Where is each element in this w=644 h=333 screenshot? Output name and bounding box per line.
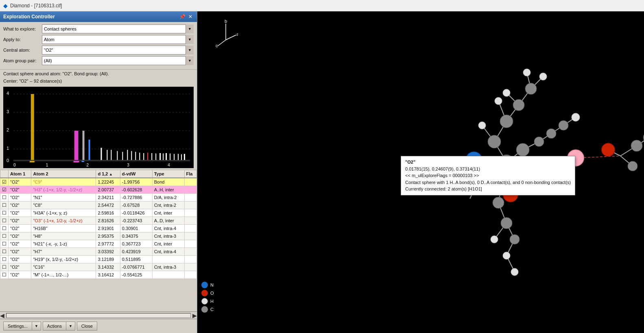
table-row[interactable]: "O2""C16"3.14332-0.0766771Cnt, intra-3 xyxy=(0,263,197,271)
row-atom1: "O2" xyxy=(9,178,31,186)
settings-arrow-button[interactable]: ▼ xyxy=(32,322,41,331)
exploration-controller-title: Exploration Controller xyxy=(3,14,55,20)
col-checkbox xyxy=(0,170,9,178)
legend-o-label: O xyxy=(210,291,214,296)
table-row[interactable]: "O2""H21" (-x, -y, 1-z)2.977720.367723Cn… xyxy=(0,240,197,248)
actions-arrow-button[interactable]: ▼ xyxy=(66,322,75,331)
row-type: Cnt, intra-3 xyxy=(152,232,184,240)
svg-point-124 xyxy=(495,97,502,105)
tooltip-connected: Currently connected: 2 atom(s) [H1O1] xyxy=(405,186,571,193)
atom-tooltip: "O2" 0.01781(15), 0.24607(9), 0.37314(11… xyxy=(401,156,575,195)
row-type: A..H, inter xyxy=(152,186,184,194)
row-atom2: "C16" xyxy=(31,263,96,271)
svg-point-102 xyxy=(546,129,556,138)
row-checkbox[interactable] xyxy=(0,240,9,248)
svg-point-107 xyxy=(631,140,642,151)
row-checkbox[interactable] xyxy=(0,232,9,240)
tooltip-coordinates: 0.01781(15), 0.24607(9), 0.37314(11) xyxy=(405,166,571,173)
close-button[interactable]: Close xyxy=(77,322,97,331)
apply-to-label: Apply to: xyxy=(3,37,42,42)
row-checkbox[interactable] xyxy=(0,178,9,186)
central-atom-select[interactable]: "O2" xyxy=(42,46,194,55)
row-checkbox[interactable] xyxy=(0,186,9,194)
row-fla xyxy=(184,217,196,225)
table-row[interactable]: "O2""H7"3.033920.423919Cnt, intra-4 xyxy=(0,248,197,256)
row-type xyxy=(152,256,184,263)
legend-n-label: N xyxy=(210,283,214,287)
table-row[interactable]: "O2""C8"2.54472-0.67528Cnt, intra-2 xyxy=(0,202,197,209)
svg-rect-35 xyxy=(166,153,167,160)
table-row[interactable]: "O2""M" (-1+..., 1/2-...)3.16412-0.55412… xyxy=(0,271,197,279)
col-dvdw[interactable]: d-vdW xyxy=(120,170,152,178)
row-checkbox[interactable] xyxy=(0,248,9,256)
row-checkbox[interactable] xyxy=(0,271,9,279)
actions-button[interactable]: Actions xyxy=(43,322,66,331)
row-checkbox[interactable] xyxy=(0,202,9,209)
table-row[interactable]: "O2""H3" (-1+x, 1/2-y, -1/2+z)2.00737-0.… xyxy=(0,186,197,194)
row-type: Cnt, intra-3 xyxy=(152,263,184,271)
table-row[interactable]: "O2""C9"1.22245-1.99756Bond xyxy=(0,178,197,186)
row-atom1: "O2" xyxy=(9,263,31,271)
row-atom2: "H19" (x, 1/2-y, -1/2+z) xyxy=(31,256,96,263)
col-atom1[interactable]: Atom 1 xyxy=(9,170,31,178)
legend-h-label: H xyxy=(210,299,214,304)
what-to-explore-select[interactable]: Contact spheres xyxy=(42,24,194,33)
scroll-left-btn[interactable]: ◀ xyxy=(0,312,4,319)
table-scroll-wrapper[interactable]: Atom 1 Atom 2 d 1,2 d-vdW Type Fla "O2""… xyxy=(0,170,197,311)
row-dvdw: -0.727886 xyxy=(120,194,152,202)
apply-to-select[interactable]: Atom xyxy=(42,35,194,44)
table-row[interactable]: "O2""H3A" (-1+x, y, z)2.59816-0.0118426C… xyxy=(0,209,197,217)
row-checkbox[interactable] xyxy=(0,217,9,225)
col-fla[interactable]: Fla xyxy=(184,170,196,178)
row-fla xyxy=(184,225,196,232)
table-row[interactable]: "O2""O3" (-1+x, 1/2-y, -1/2+z)2.81626-0.… xyxy=(0,217,197,225)
col-atom2[interactable]: Atom 2 xyxy=(31,170,96,178)
row-type: D/A, intra-2 xyxy=(152,194,184,202)
table-row[interactable]: "O2""H8"2.953750.34375Cnt, intra-3 xyxy=(0,232,197,240)
svg-rect-20 xyxy=(100,148,102,160)
what-to-explore-select-wrapper: Contact spheres ▼ xyxy=(42,24,194,33)
svg-point-98 xyxy=(500,115,513,128)
svg-rect-19 xyxy=(89,140,90,160)
header-icons: 📌 ✕ xyxy=(179,14,194,20)
row-checkbox[interactable] xyxy=(0,256,9,263)
row-checkbox[interactable] xyxy=(0,194,9,202)
table-row[interactable]: "O2""H19" (x, 1/2-y, -1/2+z)3.121890.511… xyxy=(0,256,197,263)
row-checkbox[interactable] xyxy=(0,209,9,217)
3d-viewport[interactable]: b a c xyxy=(197,11,644,333)
row-fla xyxy=(184,263,196,271)
svg-point-93 xyxy=(488,135,501,148)
row-fla xyxy=(184,202,196,209)
row-d12: 2.97772 xyxy=(96,240,120,248)
pin-icon[interactable]: 📌 xyxy=(179,14,186,20)
row-atom1: "O2" xyxy=(9,217,31,225)
row-atom2: "M" (-1+..., 1/2-...) xyxy=(31,271,96,279)
svg-point-101 xyxy=(534,137,544,147)
legend-c: C xyxy=(201,306,214,313)
table-row[interactable]: "O2""N1"2.34211-0.727886D/A, intra-2 xyxy=(0,194,197,202)
row-atom2: "H8" xyxy=(31,232,96,240)
col-d12[interactable]: d 1,2 xyxy=(96,170,120,178)
row-dvdw: -1.99756 xyxy=(120,178,152,186)
col-type[interactable]: Type xyxy=(152,170,184,178)
row-d12: 2.54472 xyxy=(96,202,120,209)
row-atom1: "O2" xyxy=(9,256,31,263)
settings-button[interactable]: Settings... xyxy=(3,322,32,331)
atom-group-pair-select[interactable]: (All) xyxy=(42,56,194,65)
legend-c-circle xyxy=(201,306,208,313)
table-row[interactable]: "O2""H16B"2.919010.30901Cnt, intra-4 xyxy=(0,225,197,232)
row-type: Cnt, intra-4 xyxy=(152,225,184,232)
row-d12: 2.00737 xyxy=(96,186,120,194)
row-d12: 3.12189 xyxy=(96,256,120,263)
close-icon[interactable]: ✕ xyxy=(187,14,194,20)
row-checkbox[interactable] xyxy=(0,263,9,271)
row-fla xyxy=(184,271,196,279)
row-type: Cnt, intra-4 xyxy=(152,248,184,256)
what-to-explore-label: What to explore: xyxy=(3,26,42,31)
row-checkbox[interactable] xyxy=(0,225,9,232)
scroll-right-btn[interactable]: ▶ xyxy=(192,312,197,319)
atom-group-pair-label: Atom group pair: xyxy=(3,58,42,63)
row-atom2: "O3" (-1+x, 1/2-y, -1/2+z) xyxy=(31,217,96,225)
h-scrollbar[interactable] xyxy=(6,313,191,318)
svg-point-130 xyxy=(491,236,498,243)
